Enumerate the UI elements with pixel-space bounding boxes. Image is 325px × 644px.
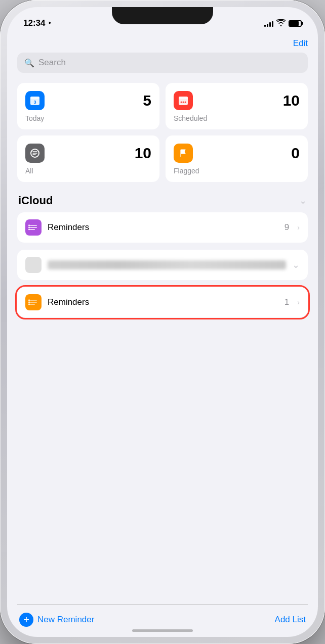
all-count: 10 (135, 145, 151, 162)
phone-frame: 12:34 ‣ (0, 0, 325, 644)
scheduled-icon (174, 91, 193, 110)
plus-icon: + (19, 613, 33, 627)
flagged-count: 0 (291, 145, 300, 162)
today-label: Today (25, 114, 151, 122)
home-indicator (132, 629, 193, 632)
new-reminder-button[interactable]: + New Reminder (19, 613, 94, 627)
flagged-label: Flagged (174, 167, 300, 175)
scheduled-count: 10 (283, 92, 300, 109)
scheduled-label: Scheduled (174, 114, 300, 122)
signal-bar-1 (264, 25, 266, 27)
blurred-content (48, 260, 286, 269)
phone-screen: 12:34 ‣ (7, 7, 318, 637)
svg-rect-9 (30, 225, 37, 226)
today-card[interactable]: 3 5 Today (17, 83, 159, 129)
signal-icon (264, 20, 273, 27)
icloud-chevron-icon[interactable]: ⌄ (299, 195, 307, 206)
icloud-reminders-label: Reminders (48, 222, 278, 233)
svg-point-6 (183, 102, 184, 103)
signal-bar-2 (267, 24, 268, 27)
svg-point-14 (28, 228, 30, 230)
main-content: Edit 🔍 Search 3 (7, 32, 318, 637)
edit-button[interactable]: Edit (293, 38, 308, 49)
all-card-top: 10 (25, 144, 151, 163)
svg-rect-16 (30, 302, 37, 303)
scheduled-card-top: 10 (174, 91, 300, 110)
svg-point-13 (28, 226, 30, 228)
svg-point-20 (28, 303, 30, 305)
all-label: All (25, 167, 151, 175)
today-count: 5 (143, 92, 151, 109)
signal-bar-3 (269, 22, 271, 27)
svg-point-5 (181, 102, 182, 103)
wifi-icon (276, 19, 286, 28)
highlighted-reminders-icon (25, 294, 42, 310)
svg-rect-15 (30, 300, 37, 301)
all-card[interactable]: 10 All (17, 135, 159, 182)
status-icons (264, 19, 302, 28)
notch (112, 7, 213, 24)
highlighted-reminders-container: Reminders 1 › (17, 287, 308, 317)
highlighted-reminders-chevron-icon: › (297, 298, 300, 306)
svg-point-18 (28, 299, 30, 301)
svg-point-19 (28, 301, 30, 303)
svg-point-12 (28, 224, 30, 226)
svg-rect-17 (30, 304, 35, 305)
blurred-chevron-icon: ⌄ (292, 259, 300, 270)
icloud-reminders-row[interactable]: Reminders 9 › (17, 212, 308, 243)
flagged-card-top: 0 (174, 144, 300, 163)
blurred-row: ⌄ (17, 250, 308, 280)
battery-icon (289, 20, 302, 27)
svg-rect-1 (30, 97, 39, 99)
icloud-section-header: iCloud ⌄ (17, 194, 308, 207)
svg-point-7 (185, 102, 186, 103)
icloud-title: iCloud (18, 194, 53, 207)
time-display: 12:34 (23, 18, 45, 28)
search-bar[interactable]: 🔍 Search (17, 53, 308, 73)
highlighted-reminders-count: 1 (285, 297, 289, 307)
signal-bar-4 (272, 21, 273, 27)
new-reminder-label: New Reminder (37, 615, 94, 625)
icloud-reminders-chevron-icon: › (297, 223, 300, 232)
today-icon: 3 (25, 91, 45, 110)
all-icon (25, 144, 45, 163)
bottom-bar: + New Reminder Add List (17, 604, 308, 637)
status-time: 12:34 ‣ (23, 18, 52, 28)
scheduled-card[interactable]: 10 Scheduled (166, 83, 308, 129)
highlighted-reminders-label: Reminders (48, 297, 278, 307)
search-placeholder: Search (38, 58, 66, 68)
icloud-reminders-icon (25, 219, 42, 236)
svg-rect-4 (179, 97, 188, 99)
svg-text:3: 3 (33, 100, 36, 105)
icloud-list: Reminders 9 › (17, 212, 308, 243)
location-icon: ‣ (48, 20, 52, 27)
today-card-top: 3 5 (25, 91, 151, 110)
flagged-icon (174, 144, 193, 163)
blurred-icon (25, 257, 42, 273)
battery-fill (290, 21, 299, 26)
flagged-card[interactable]: 0 Flagged (166, 135, 308, 182)
highlighted-reminders-row[interactable]: Reminders 1 › (17, 287, 308, 317)
svg-rect-11 (30, 229, 35, 230)
add-list-button[interactable]: Add List (275, 615, 306, 625)
spacer (17, 325, 308, 604)
search-icon: 🔍 (24, 58, 34, 68)
top-bar: Edit (17, 36, 308, 53)
icloud-reminders-count: 9 (285, 222, 289, 233)
blurred-section: ⌄ (17, 250, 308, 280)
summary-cards-grid: 3 5 Today (17, 83, 308, 182)
svg-rect-10 (30, 227, 37, 228)
